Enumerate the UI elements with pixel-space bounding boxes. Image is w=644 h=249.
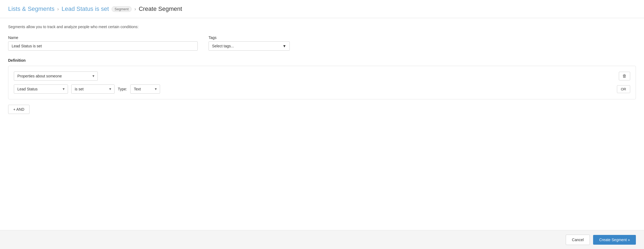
properties-dropdown[interactable]: Properties about someone xyxy=(14,71,98,81)
tags-placeholder: Select tags... xyxy=(212,44,234,48)
breadcrumb-segment-badge: Segment xyxy=(112,6,132,12)
type-label: Type: xyxy=(118,87,127,91)
cancel-button[interactable]: Cancel xyxy=(566,235,590,245)
name-label: Name xyxy=(8,35,198,40)
form-name-tags-row: Name Tags Select tags... ▼ xyxy=(8,35,636,51)
breadcrumb-separator-1: › xyxy=(57,6,59,12)
create-segment-button[interactable]: Create Segment » xyxy=(593,235,636,245)
definition-section: Definition Properties about someone ▼ 🗑 xyxy=(8,58,636,114)
tags-form-group: Tags Select tags... ▼ xyxy=(209,35,290,51)
condition-left: Properties about someone ▼ xyxy=(14,71,617,81)
is-set-dropdown[interactable]: is set xyxy=(71,84,115,94)
name-form-group: Name xyxy=(8,35,198,51)
segment-name-input[interactable] xyxy=(8,41,198,51)
tags-select[interactable]: Select tags... ▼ xyxy=(209,41,290,51)
is-set-select-wrapper: is set ▼ xyxy=(71,84,115,94)
trash-icon: 🗑 xyxy=(622,74,627,78)
main-content: Segments allow you to track and analyze … xyxy=(0,18,644,120)
breadcrumb-lists-segments[interactable]: Lists & Segments xyxy=(8,5,54,12)
type-select-wrapper: Text ▼ xyxy=(130,84,160,94)
type-dropdown[interactable]: Text xyxy=(130,84,160,94)
page-title: Create Segment xyxy=(139,5,182,12)
or-button[interactable]: OR xyxy=(617,85,630,93)
and-button[interactable]: + AND xyxy=(8,105,30,114)
properties-select-wrapper: Properties about someone ▼ xyxy=(14,71,98,81)
lead-status-dropdown[interactable]: Lead Status xyxy=(14,84,68,94)
delete-condition-button[interactable]: 🗑 xyxy=(619,72,630,80)
tags-dropdown-arrow: ▼ xyxy=(282,44,286,48)
definition-title: Definition xyxy=(8,58,636,63)
lead-status-select-wrapper: Lead Status ▼ xyxy=(14,84,68,94)
footer-bar: Cancel Create Segment » xyxy=(0,230,644,249)
subtitle-text: Segments allow you to track and analyze … xyxy=(8,25,636,29)
breadcrumb-segment-name[interactable]: Lead Status is set xyxy=(61,5,109,12)
breadcrumb-separator-2: › xyxy=(134,6,136,12)
breadcrumb: Lists & Segments › Lead Status is set Se… xyxy=(0,0,644,18)
definition-box: Properties about someone ▼ 🗑 Lead Statu xyxy=(8,66,636,99)
tags-label: Tags xyxy=(209,35,290,40)
